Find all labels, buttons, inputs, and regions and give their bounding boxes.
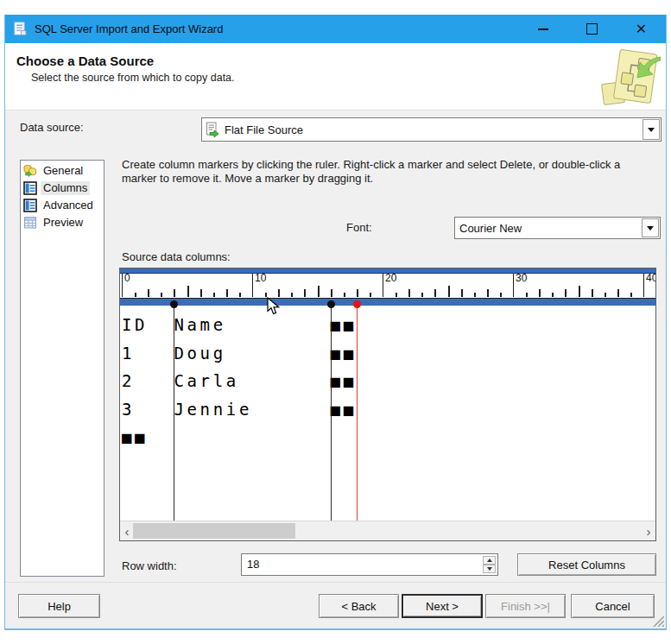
flat-file-icon [205, 122, 220, 137]
font-dropdown-button[interactable] [642, 218, 659, 237]
font-combo[interactable]: Courier New [454, 217, 661, 239]
ruler-number: 20 [385, 272, 396, 284]
sidebar-item-general[interactable]: General [21, 162, 104, 180]
sidebar-item-advanced[interactable]: Advanced [21, 197, 104, 214]
finish-button[interactable]: Finish >>| [485, 594, 566, 618]
sidebar-item-label: Preview [41, 216, 85, 230]
ruler-tick [331, 289, 332, 297]
ruler-major-line [643, 274, 644, 297]
table-icon [23, 199, 37, 212]
ruler-tick [617, 289, 619, 297]
row-width-label: Row width: [122, 559, 177, 572]
wizard-pages-list: General Columns Advanced [20, 160, 104, 577]
ruler-tick [448, 286, 450, 297]
ruler-tick [565, 289, 567, 297]
ruler-tick [200, 289, 202, 297]
ruler-tick [239, 293, 241, 297]
scroll-left-button[interactable]: ‹ [120, 521, 134, 540]
ruler-tick [226, 289, 228, 297]
resize-grip[interactable] [651, 614, 664, 627]
ruler[interactable]: 010203040 [120, 268, 655, 306]
ruler-major-line [122, 274, 123, 297]
ruler-tick [370, 293, 371, 297]
ruler-major-line [383, 274, 383, 297]
data-source-combo[interactable]: Flat File Source [201, 117, 662, 142]
row-width-marker[interactable] [353, 300, 361, 308]
spin-down-button[interactable] [483, 565, 496, 573]
column-marker[interactable] [327, 300, 335, 308]
data-row: ■■ [122, 423, 655, 451]
data-preview: ID Name ■■ 1 Doug ■■ 2 Carla ■■ 3 Jennie… [120, 306, 655, 521]
next-button[interactable]: Next > [402, 594, 483, 618]
cancel-button[interactable]: Cancel [571, 594, 655, 618]
triangle-down-icon [487, 567, 492, 571]
scrollbar-thumb[interactable] [133, 523, 295, 539]
ruler-tick [592, 289, 593, 297]
ruler-tick [630, 293, 632, 297]
ruler-number: 30 [516, 272, 527, 284]
sidebar-item-label: General [41, 164, 85, 178]
ruler-number: 40 [646, 272, 656, 284]
title-bar: SQL Server Import and Export Wizard ✕ [5, 15, 666, 43]
ruler-tick [434, 289, 436, 297]
chevron-right-icon: › [647, 524, 651, 539]
sidebar-item-columns[interactable]: Columns [21, 180, 104, 197]
ruler-tick [500, 293, 502, 297]
ruler-tick [579, 286, 580, 297]
page-title: Choose a Data Source [16, 54, 666, 68]
ruler-tick [187, 286, 189, 297]
spin-up-button[interactable] [483, 556, 496, 565]
ruler-tick [408, 289, 410, 297]
font-label: Font: [346, 221, 372, 234]
close-button[interactable]: ✕ [617, 15, 666, 43]
data-row: 2 Carla ■■ [122, 367, 655, 395]
reset-columns-button[interactable]: Reset Columns [517, 553, 656, 576]
ruler-major-line [513, 274, 514, 297]
ruler-tick [487, 289, 489, 297]
maximize-button[interactable] [567, 15, 617, 43]
chevron-left-icon: ‹ [125, 524, 130, 539]
row-width-marker-line[interactable] [357, 306, 358, 521]
ruler-number: 10 [255, 272, 266, 284]
ruler-tick [421, 293, 423, 297]
ruler-tick [539, 289, 541, 297]
ruler-tick [318, 286, 320, 297]
sidebar-item-preview[interactable]: Preview [21, 214, 104, 231]
table-icon [23, 181, 37, 195]
data-row: 1 Doug ■■ [122, 339, 655, 368]
ruler-number: 0 [124, 272, 130, 284]
scroll-right-button[interactable]: › [642, 521, 655, 540]
ruler-tick [605, 293, 606, 297]
chevron-down-icon [648, 128, 655, 132]
ruler-tick [396, 293, 397, 297]
back-button[interactable]: < Back [319, 594, 399, 618]
footer-bar: Help < Back Next > Finish >>| Cancel [5, 582, 666, 628]
row-width-input[interactable]: 18 [241, 553, 498, 576]
column-marker-line[interactable] [331, 306, 332, 521]
data-source-dropdown-button[interactable] [643, 119, 660, 140]
help-button[interactable]: Help [18, 594, 100, 618]
horizontal-scrollbar[interactable]: ‹ › [120, 521, 655, 540]
page-subtitle: Select the source from which to copy dat… [31, 72, 666, 84]
minimize-button[interactable] [518, 15, 567, 43]
data-row: ID Name ■■ [122, 311, 655, 339]
minimize-icon [538, 28, 548, 30]
wizard-window: SQL Server Import and Export Wizard ✕ Ch… [4, 15, 667, 630]
triangle-up-icon [487, 559, 492, 562]
sidebar-item-label: Advanced [41, 199, 96, 212]
data-source-value: Flat File Source [225, 123, 303, 136]
ruler-tick [135, 293, 136, 297]
row-width-value: 18 [247, 558, 259, 571]
database-icon [23, 164, 37, 178]
ruler-bottom-band [120, 298, 655, 306]
column-marker-panel: 010203040 ID Name ■■ 1 Doug ■■ 2 Carla ■… [119, 268, 656, 541]
ruler-tick [304, 289, 306, 297]
ruler-tick [174, 289, 175, 297]
ruler-tick [148, 289, 149, 297]
ruler-tick [278, 289, 280, 297]
ruler-tick [526, 293, 528, 297]
ruler-tick [552, 293, 554, 297]
column-marker-line[interactable] [174, 306, 174, 521]
data-source-label: Data source: [20, 121, 84, 134]
ruler-tick [357, 289, 358, 297]
